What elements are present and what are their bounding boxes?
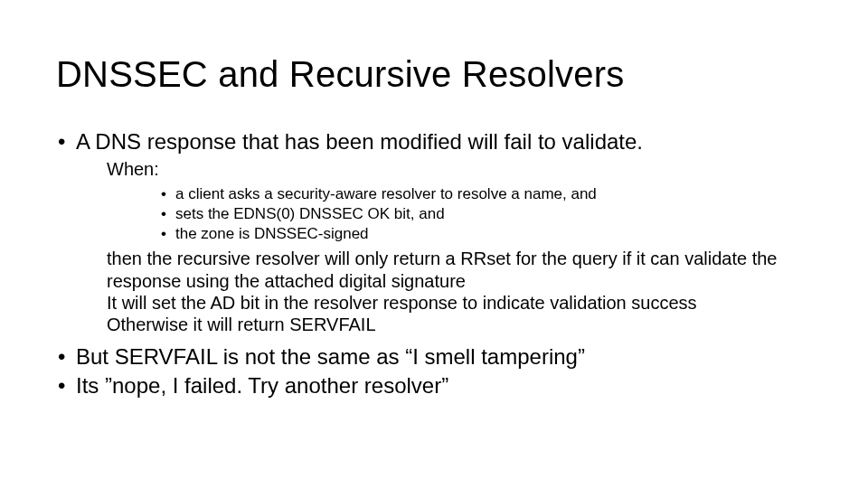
bullet-text: But SERVFAIL is not the same as “I smell… bbox=[76, 344, 585, 369]
bullet-list: But SERVFAIL is not the same as “I smell… bbox=[56, 343, 812, 399]
bullet-item: But SERVFAIL is not the same as “I smell… bbox=[56, 343, 812, 371]
condition-item: a client asks a security-aware resolver … bbox=[161, 184, 812, 204]
bullet-text: A DNS response that has been modified wi… bbox=[76, 129, 643, 154]
condition-text: the zone is DNSSEC-signed bbox=[175, 225, 369, 242]
when-label: When: bbox=[107, 157, 812, 181]
then-line: Otherwise it will return SERVFAIL bbox=[107, 314, 812, 335]
bullet-text: Its ”nope, I failed. Try another resolve… bbox=[76, 373, 448, 398]
condition-item: the zone is DNSSEC-signed bbox=[161, 224, 812, 244]
then-line: It will set the AD bit in the resolver r… bbox=[107, 292, 812, 314]
bullet-item: Its ”nope, I failed. Try another resolve… bbox=[56, 372, 812, 399]
condition-list: a client asks a security-aware resolver … bbox=[161, 184, 812, 244]
spacer bbox=[56, 336, 812, 343]
slide: DNSSEC and Recursive Resolvers A DNS res… bbox=[0, 0, 868, 488]
condition-text: a client asks a security-aware resolver … bbox=[175, 185, 597, 202]
condition-item: sets the EDNS(0) DNSSEC OK bit, and bbox=[161, 204, 812, 224]
then-block: then the recursive resolver will only re… bbox=[107, 248, 812, 336]
slide-title: DNSSEC and Recursive Resolvers bbox=[56, 54, 812, 94]
condition-text: sets the EDNS(0) DNSSEC OK bit, and bbox=[175, 205, 445, 222]
then-line: then the recursive resolver will only re… bbox=[107, 248, 812, 292]
bullet-list: A DNS response that has been modified wi… bbox=[56, 128, 812, 155]
bullet-item: A DNS response that has been modified wi… bbox=[56, 128, 812, 155]
